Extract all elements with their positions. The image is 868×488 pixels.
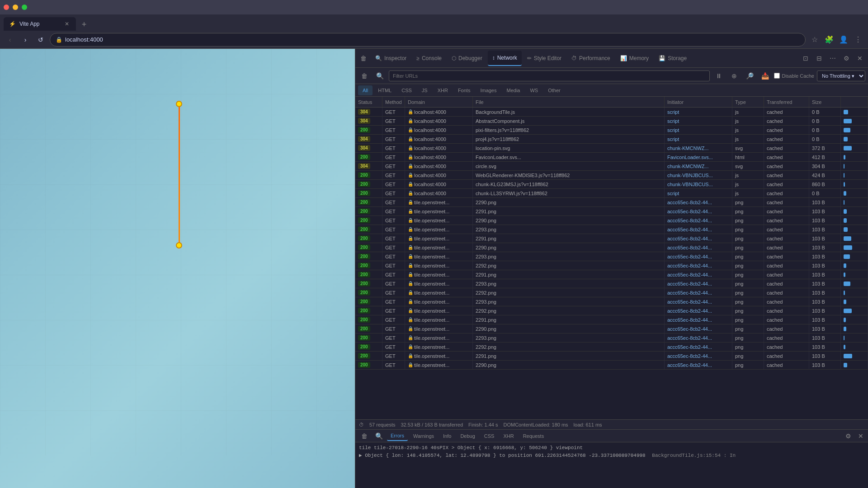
initiator-link[interactable]: accc65ec-8cb2-44... xyxy=(667,290,712,296)
header-method[interactable]: Method xyxy=(382,97,405,107)
initiator-link[interactable]: accc65ec-8cb2-44... xyxy=(667,326,712,332)
tab-inspector[interactable]: 🔍 Inspector xyxy=(371,51,411,66)
tab-debugger[interactable]: ⬡ Debugger xyxy=(447,51,487,66)
responsive-btn[interactable]: ⊡ xyxy=(799,52,812,65)
table-row[interactable]: 200 GET 🔒tile.openstreet... 2291.png acc… xyxy=(355,315,868,324)
active-tab[interactable]: ⚡ Vite App ✕ xyxy=(4,17,76,31)
initiator-link[interactable]: script xyxy=(667,127,679,133)
header-size[interactable]: Size xyxy=(809,97,841,107)
table-row[interactable]: 200 GET 🔒tile.openstreet... 2293.png acc… xyxy=(355,252,868,261)
table-row[interactable]: 200 GET 🔒tile.openstreet... 2291.png acc… xyxy=(355,207,868,216)
initiator-link[interactable]: accc65ec-8cb2-44... xyxy=(667,227,712,232)
refresh-btn[interactable]: ↺ xyxy=(34,33,47,46)
table-row[interactable]: 200 GET 🔒tile.openstreet... 2293.png acc… xyxy=(355,333,868,343)
table-row[interactable]: 304 GET 🔒localhost:4000 proj4.js?v=118ff… xyxy=(355,135,868,144)
clear-network-btn[interactable]: 🗑 xyxy=(358,70,371,82)
table-row[interactable]: 200 GET 🔒tile.openstreet... 2292.png acc… xyxy=(355,343,868,352)
type-tab-xhr[interactable]: XHR xyxy=(433,85,453,95)
console-clear-btn[interactable]: 🗑 xyxy=(358,430,371,442)
tab-storage[interactable]: 💾 Storage xyxy=(654,51,691,66)
back-btn[interactable]: ‹ xyxy=(4,33,16,46)
devtools-close-page-btn[interactable]: 🗑 xyxy=(357,52,370,65)
table-row[interactable]: 200 GET 🔒tile.openstreet... 2293.png acc… xyxy=(355,225,868,234)
pause-recording-btn[interactable]: ⏸ xyxy=(712,70,725,82)
initiator-link[interactable]: accc65ec-8cb2-44... xyxy=(667,236,712,241)
initiator-link[interactable]: script xyxy=(667,109,679,115)
type-tab-ws[interactable]: WS xyxy=(525,85,542,95)
disable-cache-label[interactable]: Disable Cache xyxy=(774,73,814,79)
table-row[interactable]: 200 GET 🔒tile.openstreet... 2291.png acc… xyxy=(355,352,868,361)
table-row[interactable]: 200 GET 🔒localhost:4000 pixi-filters.js?… xyxy=(355,126,868,135)
table-row[interactable]: 200 GET 🔒localhost:4000 chunk-KLG23MSJ.j… xyxy=(355,180,868,189)
table-row[interactable]: 200 GET 🔒tile.openstreet... 2292.png acc… xyxy=(355,288,868,297)
table-row[interactable]: 200 GET 🔒tile.openstreet... 2290.png acc… xyxy=(355,198,868,207)
initiator-link[interactable]: accc65ec-8cb2-44... xyxy=(667,209,712,214)
header-domain[interactable]: Domain xyxy=(405,97,473,107)
initiator-link[interactable]: accc65ec-8cb2-44... xyxy=(667,299,712,305)
initiator-link[interactable]: accc65ec-8cb2-44... xyxy=(667,245,712,250)
profile-btn[interactable]: 👤 xyxy=(837,33,850,46)
initiator-link[interactable]: accc65ec-8cb2-44... xyxy=(667,263,712,268)
network-table[interactable]: Status Method Domain File Initiator Type… xyxy=(355,97,868,419)
initiator-link[interactable]: chunk-KMCNWZ... xyxy=(667,164,709,169)
filter-icon-btn[interactable]: 🔍 xyxy=(373,70,386,82)
devtools-settings-btn[interactable]: ⚙ xyxy=(840,52,853,65)
initiator-link[interactable]: accc65ec-8cb2-44... xyxy=(667,362,712,368)
forward-btn[interactable]: › xyxy=(19,33,32,46)
type-tab-other[interactable]: Other xyxy=(543,85,565,95)
table-row[interactable]: 200 GET 🔒tile.openstreet... 2291.png acc… xyxy=(355,234,868,243)
type-tab-css[interactable]: CSS xyxy=(397,85,416,95)
initiator-link[interactable]: FaviconLoader.svs... xyxy=(667,155,713,160)
initiator-link[interactable]: accc65ec-8cb2-44... xyxy=(667,344,712,350)
table-row[interactable]: 304 GET 🔒localhost:4000 BackgroundTile.j… xyxy=(355,108,868,117)
table-row[interactable]: 200 GET 🔒tile.openstreet... 2292.png acc… xyxy=(355,261,868,270)
new-tab-btn[interactable]: + xyxy=(78,18,90,31)
type-tab-js[interactable]: JS xyxy=(417,85,432,95)
console-close-btn[interactable]: ✕ xyxy=(856,432,865,441)
table-row[interactable]: 200 GET 🔒localhost:4000 FaviconLoader.sv… xyxy=(355,153,868,162)
close-window-btn[interactable] xyxy=(4,5,9,10)
table-row[interactable]: 200 GET 🔒tile.openstreet... 2292.png acc… xyxy=(355,306,868,315)
table-row[interactable]: 304 GET 🔒localhost:4000 location-pin.svg… xyxy=(355,144,868,153)
search-btn[interactable]: 🔎 xyxy=(743,70,756,82)
console-settings-btn[interactable]: ⚙ xyxy=(842,430,854,442)
table-row[interactable]: 200 GET 🔒localhost:4000 chunk-LL3SYRWI.j… xyxy=(355,189,868,198)
console-tab-debug[interactable]: Debug xyxy=(457,431,478,441)
table-row[interactable]: 304 GET 🔒localhost:4000 AbstractComponen… xyxy=(355,117,868,126)
devtools-close-btn[interactable]: ✕ xyxy=(854,52,866,65)
throttle-select[interactable]: No Throttling ▾ xyxy=(817,70,865,81)
initiator-link[interactable]: accc65ec-8cb2-44... xyxy=(667,335,712,341)
table-row[interactable]: 200 GET 🔒tile.openstreet... 2290.png acc… xyxy=(355,324,868,333)
import-btn[interactable]: 📥 xyxy=(759,70,771,82)
split-btn[interactable]: ⊟ xyxy=(813,52,826,65)
table-row[interactable]: 200 GET 🔒tile.openstreet... 2290.png acc… xyxy=(355,243,868,252)
initiator-link[interactable]: chunk-KMCNWZ... xyxy=(667,145,709,151)
header-status[interactable]: Status xyxy=(355,97,382,107)
tab-network[interactable]: ↕ Network xyxy=(488,51,522,66)
initiator-link[interactable]: accc65ec-8cb2-44... xyxy=(667,317,712,323)
console-tab-errors[interactable]: Errors xyxy=(387,431,408,441)
console-tab-xhr[interactable]: XHR xyxy=(500,431,517,441)
header-type[interactable]: Type xyxy=(732,97,764,107)
more-tools-btn[interactable]: ⋯ xyxy=(826,52,839,65)
initiator-link[interactable]: accc65ec-8cb2-44... xyxy=(667,218,712,223)
console-tab-requests[interactable]: Requests xyxy=(519,431,547,441)
initiator-link[interactable]: accc65ec-8cb2-44... xyxy=(667,281,712,286)
tab-console[interactable]: ≥ Console xyxy=(412,51,446,66)
table-row[interactable]: 200 GET 🔒tile.openstreet... 2290.png acc… xyxy=(355,361,868,370)
type-tab-html[interactable]: HTML xyxy=(373,85,396,95)
console-tab-warnings[interactable]: Warnings xyxy=(410,431,438,441)
address-bar[interactable]: 🔒 localhost:4000 xyxy=(50,33,806,47)
type-tab-media[interactable]: Media xyxy=(502,85,524,95)
type-tab-images[interactable]: Images xyxy=(476,85,501,95)
tab-performance[interactable]: ⏱ Performance xyxy=(567,51,615,66)
tab-memory[interactable]: 📊 Memory xyxy=(616,51,653,66)
table-row[interactable]: 200 GET 🔒tile.openstreet... 2290.png acc… xyxy=(355,216,868,225)
header-initiator[interactable]: Initiator xyxy=(665,97,732,107)
table-row[interactable]: 200 GET 🔒tile.openstreet... 2293.png acc… xyxy=(355,297,868,306)
initiator-link[interactable]: script xyxy=(667,191,679,196)
clear-requests-btn[interactable]: ⊕ xyxy=(728,70,741,82)
menu-btn[interactable]: ⋮ xyxy=(852,33,864,46)
filter-urls-input[interactable] xyxy=(389,70,710,81)
initiator-link[interactable]: chunk-VBNJBCUS... xyxy=(667,173,713,178)
